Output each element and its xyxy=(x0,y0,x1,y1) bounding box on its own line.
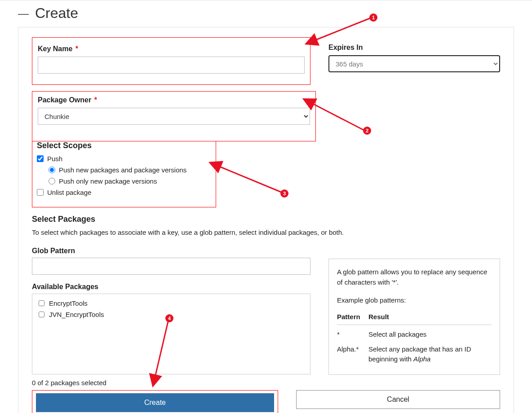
list-item: EncryptTools xyxy=(39,299,304,307)
owner-label: Package Owner * xyxy=(38,96,310,104)
key-name-input[interactable] xyxy=(38,57,305,74)
result-cell: Select any package that has an ID beginn… xyxy=(368,340,492,365)
unlist-checkbox[interactable] xyxy=(37,189,44,196)
callout-box-1: Key Name * xyxy=(32,37,310,85)
create-button[interactable]: Create xyxy=(36,393,274,412)
help-examples-heading: Example glob patterns: xyxy=(337,295,492,306)
col-result: Result xyxy=(368,312,492,325)
pattern-cell: Alpha.* xyxy=(337,340,368,365)
result-cell: Select all packages xyxy=(368,325,492,340)
col-pattern: Pattern xyxy=(337,312,368,325)
push-new-label: Push new packages and package versions xyxy=(59,166,186,174)
package-name: EncryptTools xyxy=(49,299,88,307)
available-label: Available Packages xyxy=(32,283,310,291)
callout-box-4: Create xyxy=(32,390,278,413)
help-intro: A glob pattern allows you to replace any… xyxy=(337,267,492,287)
callout-box-3: Select Scopes Push Push new packages and… xyxy=(32,141,216,207)
push-ver-label: Push only new package versions xyxy=(59,177,157,185)
create-form-panel: Key Name * Expires In 365 days Packag xyxy=(18,27,514,413)
expires-label: Expires In xyxy=(328,44,500,52)
push-checkbox[interactable] xyxy=(37,155,44,162)
page-title: Create xyxy=(35,5,78,22)
available-packages-list: EncryptTools JVN_EncryptTools xyxy=(32,294,310,374)
section-header[interactable]: — Create xyxy=(18,5,514,22)
packages-desc: To select which packages to associate wi… xyxy=(32,228,500,236)
selection-counter: 0 of 2 packages selected xyxy=(32,379,310,387)
scopes-heading: Select Scopes xyxy=(37,141,211,150)
glob-input[interactable] xyxy=(32,258,310,275)
unlist-label: Unlist package xyxy=(47,189,91,196)
pattern-cell: * xyxy=(337,325,368,340)
push-label: Push xyxy=(47,155,62,163)
package-name: JVN_EncryptTools xyxy=(49,311,104,318)
key-name-label: Key Name * xyxy=(38,45,305,53)
push-ver-radio[interactable] xyxy=(49,178,55,185)
list-item: JVN_EncryptTools xyxy=(39,311,304,318)
callout-box-2: Package Owner * Chunkie xyxy=(32,91,316,141)
minus-icon: — xyxy=(18,8,29,19)
package-checkbox[interactable] xyxy=(39,312,44,317)
glob-label: Glob Pattern xyxy=(32,247,310,255)
owner-select[interactable]: Chunkie xyxy=(38,108,310,125)
glob-help-box: A glob pattern allows you to replace any… xyxy=(328,259,500,375)
push-new-radio[interactable] xyxy=(49,167,55,173)
package-checkbox[interactable] xyxy=(39,300,44,306)
glob-examples-table: Pattern Result * Select all packages Alp… xyxy=(337,312,492,365)
expires-select[interactable]: 365 days xyxy=(328,55,500,72)
packages-heading: Select Packages xyxy=(32,215,500,224)
cancel-button[interactable]: Cancel xyxy=(296,390,500,409)
